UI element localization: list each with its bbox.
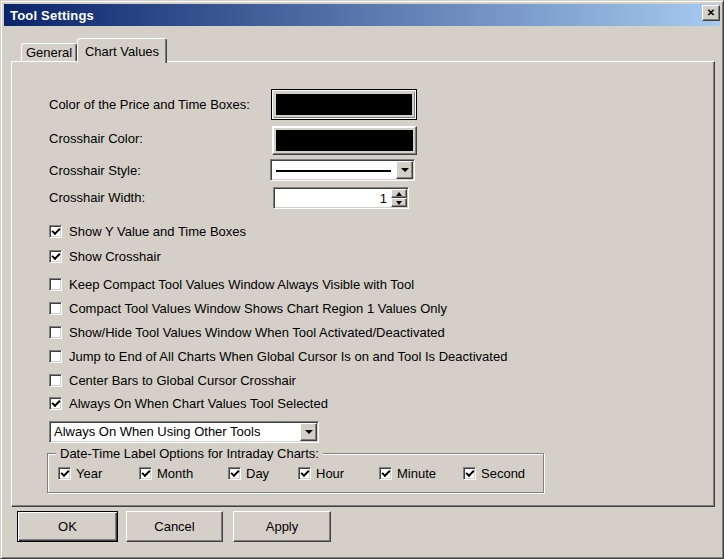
spinner-buttons: [391, 189, 407, 207]
solid-line-icon: [276, 170, 391, 172]
show-hide-tool-values-window-checkbox[interactable]: [49, 326, 62, 339]
day-checkbox[interactable]: [228, 467, 241, 480]
close-icon: ✕: [707, 8, 715, 18]
crosshair-style-label: Crosshair Style:: [49, 164, 141, 177]
jump-to-end-of-charts-checkbox[interactable]: [49, 350, 62, 363]
always-on-other-tools-value-wrap: Always On When Using Other Tools: [50, 422, 299, 442]
keep-compact-tool-values-visible-checkbox[interactable]: [49, 278, 62, 291]
crosshair-width-down-button[interactable]: [391, 198, 407, 207]
always-on-other-tools-select[interactable]: Always On When Using Other Tools: [49, 421, 319, 443]
always-on-chart-values-tool-label[interactable]: Always On When Chart Values Tool Selecte…: [69, 397, 328, 411]
show-crosshair-label[interactable]: Show Crosshair: [69, 250, 161, 264]
crosshair-style-dropdown-button[interactable]: [396, 161, 413, 179]
crosshair-color-button[interactable]: [272, 126, 417, 155]
jump-to-end-of-charts-label[interactable]: Jump to End of All Charts When Global Cu…: [69, 350, 507, 364]
tab-chart-values-label: Chart Values: [85, 44, 159, 59]
price-time-boxes-color-button[interactable]: [271, 89, 417, 120]
window-title: Tool Settings: [10, 8, 94, 23]
year-checkbox[interactable]: [58, 467, 71, 480]
ok-button[interactable]: OK: [17, 511, 118, 542]
second-label[interactable]: Second: [481, 467, 525, 481]
close-button[interactable]: ✕: [702, 5, 720, 21]
always-on-chart-values-tool-checkbox[interactable]: [49, 397, 62, 410]
tab-general-label: General: [26, 45, 72, 60]
cancel-button[interactable]: Cancel: [126, 511, 223, 542]
minute-label[interactable]: Minute: [397, 467, 436, 481]
month-checkbox[interactable]: [139, 467, 152, 480]
compact-tool-values-region1-label[interactable]: Compact Tool Values Window Shows Chart R…: [69, 302, 447, 316]
show-crosshair-checkbox[interactable]: [49, 250, 62, 263]
show-y-value-and-time-boxes-checkbox[interactable]: [49, 225, 62, 238]
hour-checkbox[interactable]: [298, 467, 311, 480]
chevron-down-icon: [305, 430, 313, 434]
chevron-down-icon: [401, 168, 409, 172]
crosshair-width-spinner: 1: [273, 187, 409, 209]
tool-settings-dialog: Tool Settings ✕ General Chart Values Col…: [0, 0, 724, 559]
crosshair-width-input[interactable]: 1: [274, 188, 390, 208]
show-y-value-and-time-boxes-label[interactable]: Show Y Value and Time Boxes: [69, 225, 246, 239]
crosshair-color-swatch: [276, 130, 413, 151]
center-bars-global-cursor-label[interactable]: Center Bars to Global Cursor Crosshair: [69, 374, 296, 388]
datetime-label-options-group-title: Date-Time Label Options for Intraday Cha…: [56, 447, 323, 460]
month-label[interactable]: Month: [157, 467, 193, 481]
minute-checkbox[interactable]: [379, 467, 392, 480]
keep-compact-tool-values-visible-label[interactable]: Keep Compact Tool Values Window Always V…: [69, 278, 414, 292]
price-time-boxes-color-swatch: [276, 94, 412, 115]
crosshair-color-label: Crosshair Color:: [49, 132, 143, 145]
tab-chart-values[interactable]: Chart Values: [77, 38, 167, 63]
apply-button[interactable]: Apply: [233, 511, 331, 542]
always-on-other-tools-dropdown-button[interactable]: [300, 423, 317, 441]
crosshair-width-value: 1: [380, 191, 387, 206]
compact-tool-values-region1-checkbox[interactable]: [49, 302, 62, 315]
day-label[interactable]: Day: [246, 467, 269, 481]
crosshair-width-up-button[interactable]: [391, 189, 407, 198]
chevron-down-icon: [396, 201, 402, 205]
second-checkbox[interactable]: [463, 467, 476, 480]
crosshair-style-select[interactable]: [270, 159, 415, 181]
show-hide-tool-values-window-label[interactable]: Show/Hide Tool Values Window When Tool A…: [69, 326, 445, 340]
crosshair-width-label: Crosshair Width:: [49, 191, 145, 204]
chevron-up-icon: [396, 192, 402, 196]
title-bar: Tool Settings: [4, 4, 720, 26]
always-on-other-tools-value: Always On When Using Other Tools: [50, 424, 260, 440]
crosshair-style-selected-preview: [271, 160, 395, 180]
center-bars-global-cursor-checkbox[interactable]: [49, 374, 62, 387]
tab-general[interactable]: General: [21, 43, 77, 61]
price-time-boxes-color-label: Color of the Price and Time Boxes:: [49, 98, 250, 111]
hour-label[interactable]: Hour: [316, 467, 344, 481]
year-label[interactable]: Year: [76, 467, 102, 481]
